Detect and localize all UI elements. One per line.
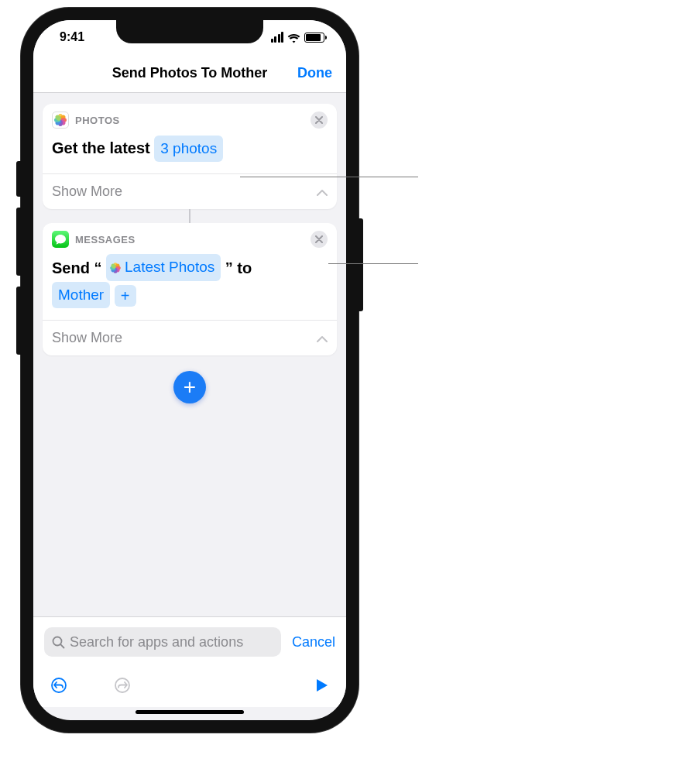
action-body: Send “ Latest Photos ” to Mother xyxy=(43,251,337,320)
undo-button[interactable] xyxy=(50,677,67,698)
shortcut-editor: PHOTOS Get the latest 3 photos Show More xyxy=(33,93,346,616)
card-header: PHOTOS xyxy=(43,104,337,132)
home-indicator[interactable] xyxy=(136,710,244,714)
redo-button[interactable] xyxy=(114,677,131,698)
variable-label: Latest Photos xyxy=(125,256,214,279)
messages-app-icon xyxy=(52,231,69,248)
recipient-token[interactable]: Mother xyxy=(52,282,110,308)
nav-bar: Send Photos To Mother Done xyxy=(33,54,346,93)
remove-action-button[interactable] xyxy=(311,231,328,248)
action-card-messages[interactable]: MESSAGES Send “ xyxy=(43,223,337,355)
add-action-button[interactable]: + xyxy=(173,371,206,403)
svg-line-1 xyxy=(60,644,63,647)
callout-line-1 xyxy=(240,177,418,177)
send-label: Send xyxy=(52,260,90,277)
show-more-row[interactable]: Show More xyxy=(43,173,337,209)
notch xyxy=(116,20,263,43)
latest-photos-variable[interactable]: Latest Photos xyxy=(106,254,221,280)
page-title: Send Photos To Mother xyxy=(112,65,268,81)
search-input[interactable]: Search for apps and actions xyxy=(44,627,281,657)
quote-close: ” xyxy=(225,260,233,277)
status-right xyxy=(271,32,325,43)
search-placeholder: Search for apps and actions xyxy=(70,634,243,650)
bottom-toolbar xyxy=(33,667,346,707)
card-app-label: MESSAGES xyxy=(75,234,136,245)
show-more-label: Show More xyxy=(52,184,122,200)
cancel-button[interactable]: Cancel xyxy=(292,634,335,650)
action-body: Get the latest 3 photos xyxy=(43,132,337,173)
search-icon xyxy=(52,636,65,649)
chevron-up-icon xyxy=(317,184,328,200)
screen: 9:41 Send Photos To Mother Done xyxy=(33,20,346,720)
phone-frame: 9:41 Send Photos To Mother Done xyxy=(21,8,359,733)
card-header: MESSAGES xyxy=(43,223,337,251)
to-label: to xyxy=(237,260,252,277)
card-app-label: PHOTOS xyxy=(75,115,120,126)
callout-line-2 xyxy=(328,263,418,264)
photo-count-token[interactable]: 3 photos xyxy=(154,136,223,162)
chevron-up-icon xyxy=(317,330,328,346)
action-card-photos[interactable]: PHOTOS Get the latest 3 photos Show More xyxy=(43,104,337,209)
quote-open: “ xyxy=(94,260,101,277)
wifi-icon xyxy=(287,33,300,42)
remove-action-button[interactable] xyxy=(311,112,328,129)
status-time: 9:41 xyxy=(60,30,84,44)
photos-app-icon xyxy=(52,112,69,129)
cellular-icon xyxy=(271,32,284,43)
done-button[interactable]: Done xyxy=(297,65,332,81)
search-bar-row: Search for apps and actions Cancel xyxy=(33,616,346,667)
show-more-label: Show More xyxy=(52,330,122,346)
action-connector xyxy=(189,209,191,223)
photos-variable-icon xyxy=(110,263,121,273)
run-button[interactable] xyxy=(315,678,329,697)
show-more-row[interactable]: Show More xyxy=(43,320,337,355)
action-text: Get the latest xyxy=(52,139,150,156)
battery-icon xyxy=(304,33,324,43)
add-recipient-button[interactable]: + xyxy=(115,285,136,307)
